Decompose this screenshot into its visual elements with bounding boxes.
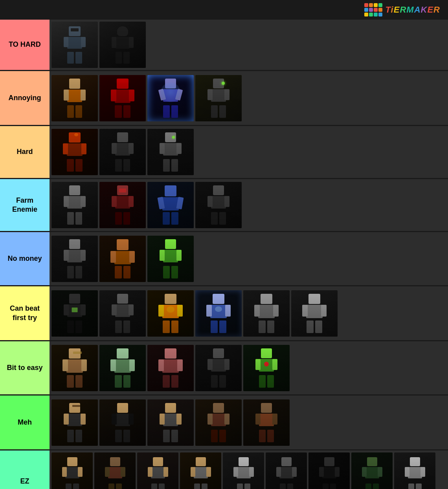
char-ez5 — [223, 452, 264, 489]
char-fe4 — [195, 182, 242, 228]
char-h2 — [99, 129, 146, 175]
char-be3 — [147, 345, 194, 391]
char-fe1 — [51, 182, 98, 228]
logo-cell — [374, 13, 378, 16]
tier-list: TO HARD — [0, 20, 448, 489]
tier-content-ez — [50, 451, 448, 489]
char-nm3 — [147, 236, 194, 282]
tiermaker-logo: TiERMAKER — [364, 3, 440, 16]
tier-content-annoying — [50, 71, 448, 125]
logo-cell — [369, 3, 373, 7]
char-ez2 — [94, 452, 136, 489]
char-ez3 — [137, 452, 178, 489]
tier-content-no-money — [50, 232, 448, 285]
tier-row-bit-to-easy: Bit to easy — [0, 341, 448, 396]
tier-label-meh: Meh — [0, 396, 50, 449]
char-an3 — [147, 75, 194, 121]
char-cb6 — [291, 290, 338, 337]
char-th2 — [99, 22, 146, 68]
char-cb2 — [99, 290, 146, 337]
tier-label-hard: Hard — [0, 126, 50, 178]
logo-cell — [369, 8, 373, 12]
header: TiERMAKER — [0, 0, 448, 20]
tier-label-can-beat: Can beat first try — [0, 286, 50, 340]
tier-label-bit-to-easy: Bit to easy — [0, 341, 50, 394]
char-ez7 — [308, 452, 350, 489]
logo-cell — [364, 13, 368, 16]
logo-cell — [364, 8, 368, 12]
logo-grid — [364, 3, 382, 16]
tier-row-meh: Meh — [0, 396, 448, 451]
char-be4 — [195, 345, 242, 391]
char-ez1 — [51, 452, 93, 489]
tier-row-annoying: Annoying — [0, 71, 448, 126]
char-an2 — [99, 75, 146, 121]
char-be5 — [243, 345, 290, 391]
tier-row-hard: Hard — [0, 126, 448, 179]
logo-cell — [374, 3, 378, 7]
char-ez8 — [351, 452, 393, 489]
logo-text: TiERMAKER — [386, 5, 440, 15]
tier-row-ez: EZ — [0, 451, 448, 489]
tier-row-can-beat: Can beat first try — [0, 286, 448, 341]
char-cb4 — [195, 290, 242, 337]
tier-content-can-beat — [50, 286, 448, 340]
char-h3 — [147, 129, 194, 175]
char-me2 — [99, 399, 146, 446]
tier-label-no-money: No money — [0, 232, 50, 285]
tier-row-no-money: No money — [0, 232, 448, 286]
tier-content-hard — [50, 126, 448, 178]
logo-cell — [378, 8, 382, 12]
tier-content-farm-enemie — [50, 179, 448, 231]
tier-content-meh — [50, 396, 448, 449]
logo-cell — [378, 13, 382, 16]
char-fe2 — [99, 182, 146, 228]
logo-cell — [369, 13, 373, 16]
tier-label-farm-enemie: Farm Enemie — [0, 179, 50, 231]
tier-row-farm-enemie: Farm Enemie — [0, 179, 448, 232]
tier-row-to-hard: TO HARD — [0, 20, 448, 71]
logo-cell — [364, 3, 368, 7]
char-be2 — [99, 345, 146, 391]
tier-label-annoying: Annoying — [0, 71, 50, 125]
char-th1 — [51, 22, 98, 68]
char-cb1 — [51, 290, 98, 337]
tier-label-to-hard: TO HARD — [0, 20, 50, 70]
char-ez4 — [180, 452, 221, 489]
char-me3 — [147, 399, 194, 446]
char-cb3 — [147, 290, 194, 337]
char-cb5 — [243, 290, 290, 337]
logo-cell — [378, 3, 382, 7]
char-fe3 — [147, 182, 194, 228]
char-me1 — [51, 399, 98, 446]
tier-label-ez: EZ — [0, 451, 50, 489]
char-be1 — [51, 345, 98, 391]
char-an1 — [51, 75, 98, 121]
char-me4 — [195, 399, 242, 446]
char-nm2 — [99, 236, 146, 282]
char-ez9 — [394, 452, 435, 489]
logo-cell — [374, 8, 378, 12]
char-h1 — [51, 129, 98, 175]
app-container: TiERMAKER TO HARD — [0, 0, 448, 489]
tier-content-to-hard — [50, 20, 448, 70]
char-nm1 — [51, 236, 98, 282]
char-me5 — [243, 399, 290, 446]
tier-content-bit-to-easy — [50, 341, 448, 394]
char-ez6 — [266, 452, 307, 489]
char-an4 — [195, 75, 242, 121]
